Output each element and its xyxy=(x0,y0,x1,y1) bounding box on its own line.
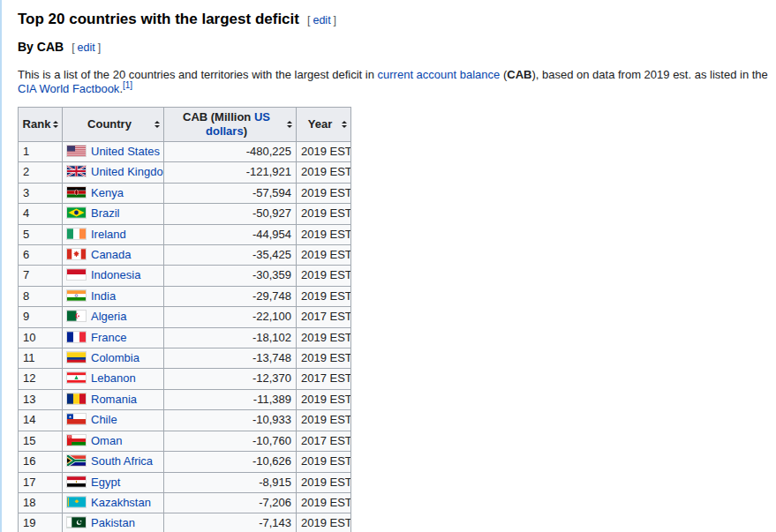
year-cell: 2019 EST. xyxy=(297,204,351,224)
cab-cell: -12,370 xyxy=(164,369,297,389)
header-cab[interactable]: CAB (Million US dollars) xyxy=(164,108,297,142)
section-edit-section: [edit] xyxy=(307,14,336,26)
country-link[interactable]: United Kingdom xyxy=(91,165,164,178)
subsection-heading: By CAB[edit] xyxy=(18,40,769,56)
edit-close-bracket: ] xyxy=(98,41,101,54)
cab-cell: -35,425 xyxy=(164,245,297,266)
rank-cell: 7 xyxy=(19,266,63,286)
cab-cell: -7,206 xyxy=(164,492,297,513)
cia-world-factbook-link[interactable]: CIA World Factbook xyxy=(18,82,119,95)
intro-text: This is a list of the 20 countries and t… xyxy=(18,68,378,81)
subsection-edit-link[interactable]: edit xyxy=(78,41,95,54)
country-link[interactable]: Lebanon xyxy=(91,371,136,385)
section-heading-text: Top 20 countries with the largest defici… xyxy=(18,11,299,27)
country-link[interactable]: India xyxy=(91,289,116,303)
rank-cell: 3 xyxy=(19,183,63,203)
country-cell: Brazil xyxy=(63,204,164,224)
country-cell: Kazakhstan xyxy=(63,492,164,513)
cab-cell: -121,921 xyxy=(164,162,297,183)
cab-cell: -57,594 xyxy=(164,183,297,203)
year-cell: 2019 EST. xyxy=(297,389,351,409)
header-rank-label: Rank xyxy=(22,117,51,131)
country-cell: Oman xyxy=(63,431,164,451)
table-header-row: Rank Country CAB (Million US dollars) Ye… xyxy=(19,108,351,142)
edit-open-bracket: [ xyxy=(307,14,310,26)
intro-text: ), based on data from 2019 est. as liste… xyxy=(531,68,767,81)
rank-cell: 19 xyxy=(19,513,63,532)
header-year[interactable]: Year xyxy=(297,108,351,142)
rank-cell: 4 xyxy=(19,204,63,224)
rank-cell: 8 xyxy=(19,286,63,306)
header-country[interactable]: Country xyxy=(63,108,164,142)
year-cell: 2019 EST. xyxy=(297,513,351,532)
flag-in-icon xyxy=(67,290,86,301)
country-link[interactable]: Indonesia xyxy=(91,268,140,281)
country-cell: Egypt xyxy=(63,472,164,492)
country-cell: Ireland xyxy=(63,224,164,244)
country-cell: Romania xyxy=(63,389,164,409)
current-account-balance-link[interactable]: current account balance xyxy=(378,68,501,81)
country-link[interactable]: Ireland xyxy=(91,228,126,241)
table-row: 1United States-480,2252019 EST. xyxy=(19,142,351,162)
rank-cell: 18 xyxy=(19,492,63,513)
section-edit-link[interactable]: edit xyxy=(313,14,330,26)
country-cell: Chile xyxy=(63,410,164,431)
flag-ca-icon xyxy=(67,249,86,259)
table-row: 19Pakistan-7,1432019 EST. xyxy=(19,513,351,532)
cab-cell: -8,915 xyxy=(164,472,297,492)
cab-cell: -10,933 xyxy=(164,410,297,431)
header-year-label: Year xyxy=(300,117,340,131)
cab-cell: -480,225 xyxy=(164,142,297,162)
country-link[interactable]: Kenya xyxy=(91,186,124,199)
country-link[interactable]: United States xyxy=(91,145,160,158)
header-country-label: Country xyxy=(66,117,153,131)
year-cell: 2019 EST. xyxy=(297,162,351,183)
country-link[interactable]: Chile xyxy=(91,413,117,426)
flag-eg-icon xyxy=(67,476,86,487)
country-link[interactable]: Colombia xyxy=(91,351,139,364)
rank-cell: 15 xyxy=(19,431,63,451)
cab-cell: -10,626 xyxy=(164,452,297,472)
country-cell: Pakistan xyxy=(63,513,164,532)
subsection-heading-text: By CAB xyxy=(18,40,64,54)
country-cell: France xyxy=(63,327,164,348)
article-content: Top 20 countries with the largest defici… xyxy=(0,0,776,532)
country-cell: India xyxy=(63,286,164,306)
country-link[interactable]: Pakistan xyxy=(91,516,135,529)
flag-dz-icon xyxy=(67,311,86,321)
table-row: 14Chile-10,9332019 EST. xyxy=(19,410,351,431)
country-link[interactable]: Egypt xyxy=(91,476,120,489)
country-link[interactable]: Algeria xyxy=(91,310,126,323)
reference-superscript: [1] xyxy=(123,80,132,90)
flag-co-icon xyxy=(67,352,86,363)
country-cell: Kenya xyxy=(63,183,164,203)
country-link[interactable]: South Africa xyxy=(91,454,153,468)
subsection-edit-section: [edit] xyxy=(72,41,101,54)
country-link[interactable]: Brazil xyxy=(91,206,120,220)
reference-1-link[interactable]: [1] xyxy=(123,80,132,90)
rank-cell: 1 xyxy=(19,142,63,162)
country-link[interactable]: Canada xyxy=(91,248,132,261)
table-row: 11Colombia-13,7482019 EST. xyxy=(19,348,351,369)
flag-gb-icon xyxy=(67,166,86,176)
cab-cell: -10,760 xyxy=(164,431,297,451)
year-cell: 2017 EST. xyxy=(297,307,351,327)
flag-ie-icon xyxy=(67,229,86,239)
sort-both-icon xyxy=(342,121,347,128)
cab-cell: -11,389 xyxy=(164,389,297,409)
country-cell: United Kingdom xyxy=(63,162,164,183)
country-link[interactable]: Oman xyxy=(91,434,122,447)
year-cell: 2019 EST. xyxy=(297,452,351,472)
section-heading: Top 20 countries with the largest defici… xyxy=(18,11,769,29)
year-cell: 2019 EST. xyxy=(297,224,351,244)
header-rank[interactable]: Rank xyxy=(19,108,63,142)
country-link[interactable]: Romania xyxy=(91,393,137,406)
rank-cell: 11 xyxy=(19,348,63,369)
flag-cl-icon xyxy=(67,414,86,424)
rank-cell: 12 xyxy=(19,369,63,389)
rank-cell: 9 xyxy=(19,307,63,327)
table-row: 18Kazakhstan-7,2062019 EST. xyxy=(19,492,351,513)
country-link[interactable]: France xyxy=(91,331,126,344)
country-link[interactable]: Kazakhstan xyxy=(91,496,151,509)
year-cell: 2019 EST. xyxy=(297,472,351,492)
